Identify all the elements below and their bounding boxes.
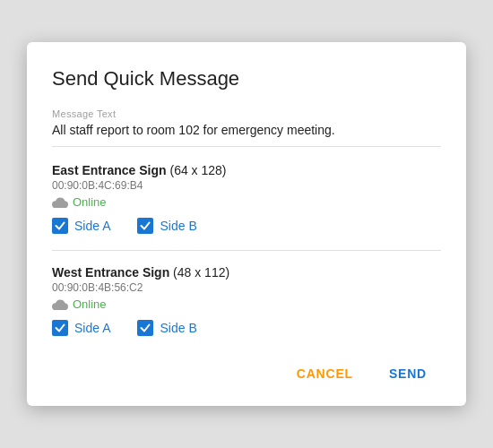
device-name-west: West Entrance Sign (48 x 112): [52, 265, 441, 280]
device-name-east: East Entrance Sign (64 x 128): [52, 163, 441, 177]
checkbox-side-a-east[interactable]: [52, 218, 68, 234]
side-b-west[interactable]: Side B: [137, 320, 196, 336]
side-a-west[interactable]: Side A: [52, 320, 110, 336]
device-divider: [52, 250, 441, 251]
device-section-east: East Entrance Sign (64 x 128) 00:90:0B:4…: [52, 163, 441, 234]
message-text-label: Message Text: [52, 108, 441, 119]
side-a-west-label: Side A: [74, 321, 110, 335]
cloud-icon-east: [52, 196, 68, 209]
side-a-east[interactable]: Side A: [52, 218, 110, 234]
side-b-west-label: Side B: [160, 321, 196, 335]
send-button[interactable]: SEND: [375, 359, 441, 388]
status-label-east: Online: [73, 195, 107, 209]
dialog-title: Send Quick Message: [52, 67, 441, 90]
side-a-east-label: Side A: [74, 219, 110, 233]
device-status-east: Online: [52, 195, 441, 209]
message-text-value: All staff report to room 102 for emergen…: [52, 123, 441, 147]
device-section-west: West Entrance Sign (48 x 112) 00:90:0B:4…: [52, 265, 441, 336]
checkbox-side-b-east[interactable]: [137, 218, 153, 234]
device-mac-west: 00:90:0B:4B:56:C2: [52, 281, 441, 294]
dialog-actions: CANCEL SEND: [52, 352, 441, 388]
sides-row-east: Side A Side B: [52, 218, 441, 234]
sides-row-west: Side A Side B: [52, 320, 441, 336]
cancel-button[interactable]: CANCEL: [282, 359, 368, 388]
device-status-west: Online: [52, 297, 441, 311]
side-b-east[interactable]: Side B: [137, 218, 196, 234]
send-quick-message-dialog: Send Quick Message Message Text All staf…: [27, 42, 466, 406]
checkbox-side-b-west[interactable]: [137, 320, 153, 336]
cloud-icon-west: [52, 298, 68, 311]
status-label-west: Online: [73, 297, 107, 311]
side-b-east-label: Side B: [160, 219, 196, 233]
device-mac-east: 00:90:0B:4C:69:B4: [52, 179, 441, 192]
checkbox-side-a-west[interactable]: [52, 320, 68, 336]
